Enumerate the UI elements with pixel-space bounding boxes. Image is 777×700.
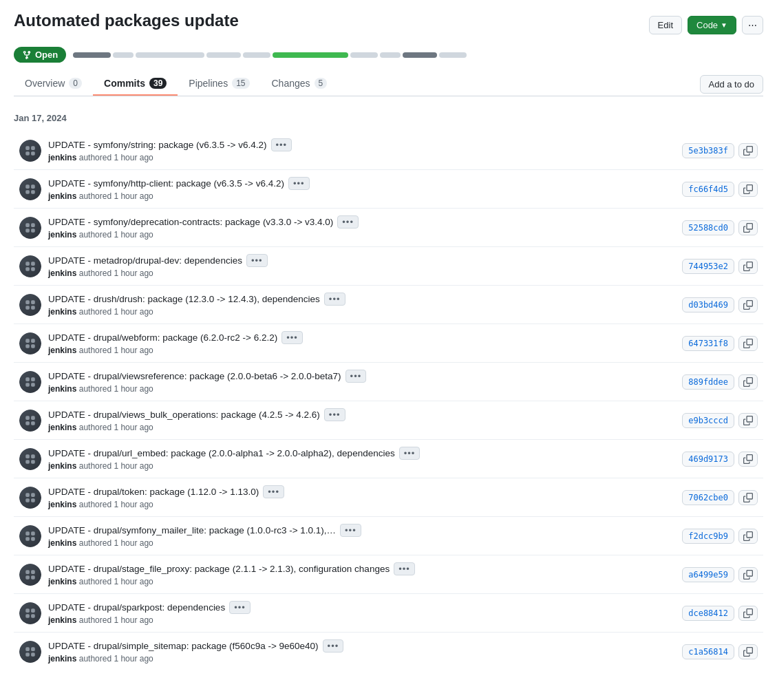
commit-title-link[interactable]: UPDATE - symfony/string: package (v6.3.5… (48, 140, 267, 150)
expand-button[interactable]: ••• (337, 215, 359, 229)
expand-button[interactable]: ••• (399, 447, 421, 460)
copy-hash-button[interactable] (738, 529, 758, 544)
commit-hash-link[interactable]: 889fddee (682, 374, 734, 390)
commit-item: UPDATE - symfony/http-client: package (v… (14, 170, 763, 209)
copy-hash-button[interactable] (738, 220, 758, 235)
commit-authored: authored 1 hour ago (79, 384, 153, 394)
more-icon: ⋯ (748, 20, 757, 30)
copy-hash-button[interactable] (738, 374, 758, 390)
commit-info: UPDATE - drupal/simple_sitemap: package … (48, 639, 675, 664)
commit-title-link[interactable]: UPDATE - drupal/viewsreference: package … (48, 371, 341, 381)
add-todo-button[interactable]: Add a to do (700, 75, 764, 94)
expand-button[interactable]: ••• (324, 293, 345, 306)
commit-item: UPDATE - drupal/webform: package (6.2.0-… (14, 324, 763, 363)
expand-button[interactable]: ••• (288, 177, 310, 190)
commit-title-link[interactable]: UPDATE - drupal/stage_file_proxy: packag… (48, 564, 390, 574)
expand-button[interactable]: ••• (281, 331, 303, 344)
tab-commits[interactable]: Commits 39 (93, 72, 178, 96)
svg-rect-3 (31, 151, 35, 156)
commit-title-link[interactable]: UPDATE - symfony/deprecation-contracts: … (48, 217, 333, 227)
copy-hash-button[interactable] (738, 143, 758, 158)
commit-title-link[interactable]: UPDATE - metadrop/drupal-dev: dependenci… (48, 255, 242, 266)
commit-item: UPDATE - drupal/simple_sitemap: package … (14, 633, 763, 670)
expand-button[interactable]: ••• (229, 601, 251, 614)
commit-title-link[interactable]: UPDATE - drupal/sparkpost: dependencies (48, 602, 225, 613)
tab-changes[interactable]: Changes 5 (261, 72, 339, 96)
commit-authored: authored 1 hour ago (79, 654, 153, 664)
commit-title-link[interactable]: UPDATE - drupal/simple_sitemap: package … (48, 641, 319, 651)
copy-hash-button[interactable] (738, 413, 758, 428)
expand-button[interactable]: ••• (323, 639, 344, 653)
copy-hash-button[interactable] (738, 452, 758, 467)
copy-hash-button[interactable] (738, 490, 758, 505)
commit-title-row: UPDATE - drush/drush: package (12.3.0 ->… (48, 293, 675, 306)
commit-author: jenkins (48, 654, 76, 664)
svg-rect-51 (31, 614, 35, 618)
copy-hash-button[interactable] (738, 336, 758, 351)
edit-button[interactable]: Edit (649, 16, 682, 34)
commit-hash-link[interactable]: c1a56814 (682, 644, 734, 659)
commit-hash-link[interactable]: dce88412 (682, 606, 734, 621)
commit-hash-link[interactable]: fc66f4d5 (682, 182, 734, 197)
expand-button[interactable]: ••• (345, 370, 367, 383)
more-button[interactable]: ⋯ (742, 16, 763, 34)
commit-title-link[interactable]: UPDATE - drupal/symfony_mailer_lite: pac… (48, 525, 336, 535)
copy-hash-button[interactable] (738, 644, 758, 659)
commit-title-link[interactable]: UPDATE - drupal/views_bulk_operations: p… (48, 410, 320, 420)
svg-rect-41 (31, 531, 35, 535)
commit-meta: jenkins authored 1 hour ago (48, 654, 675, 664)
commit-hash-link[interactable]: 7062cbe0 (682, 490, 734, 505)
avatar (19, 140, 41, 162)
commit-title-link[interactable]: UPDATE - drupal/token: package (1.12.0 -… (48, 487, 259, 497)
svg-rect-17 (31, 300, 35, 304)
copy-hash-button[interactable] (738, 297, 758, 312)
tab-commits-label: Commits (104, 78, 145, 89)
svg-rect-23 (31, 344, 35, 348)
commit-author: jenkins (48, 230, 76, 240)
expand-button[interactable]: ••• (246, 254, 268, 267)
commit-hash-link[interactable]: 647331f8 (682, 336, 734, 351)
svg-rect-20 (25, 339, 30, 343)
page-title: Automated packages update (14, 11, 239, 30)
svg-rect-21 (31, 339, 35, 343)
expand-button[interactable]: ••• (324, 408, 345, 421)
copy-hash-button[interactable] (738, 259, 758, 274)
commit-hash-section: dce88412 (682, 606, 758, 621)
code-button[interactable]: Code ▼ (688, 16, 736, 34)
chevron-down-icon: ▼ (721, 21, 727, 29)
commit-title-link[interactable]: UPDATE - drupal/webform: package (6.2.0-… (48, 332, 277, 343)
commit-title-link[interactable]: UPDATE - symfony/http-client: package (v… (48, 178, 284, 189)
svg-rect-14 (25, 267, 30, 271)
expand-button[interactable]: ••• (263, 485, 284, 498)
commit-title-link[interactable]: UPDATE - drush/drush: package (12.3.0 ->… (48, 294, 320, 304)
commit-hash-link[interactable]: 5e3b383f (682, 143, 734, 158)
copy-hash-button[interactable] (738, 567, 758, 582)
commit-hash-link[interactable]: d03bd469 (682, 297, 734, 312)
commit-meta: jenkins authored 1 hour ago (48, 577, 675, 586)
commit-title-row: UPDATE - drupal/token: package (1.12.0 -… (48, 485, 675, 498)
svg-rect-12 (25, 262, 30, 266)
commit-item: UPDATE - drupal/token: package (1.12.0 -… (14, 478, 763, 517)
copy-hash-button[interactable] (738, 606, 758, 621)
copy-icon (743, 339, 753, 348)
tab-overview[interactable]: Overview 0 (14, 72, 93, 96)
commit-hash-link[interactable]: 744953e2 (682, 259, 734, 274)
svg-rect-43 (31, 537, 35, 541)
commit-hash-link[interactable]: e9b3cccd (682, 413, 734, 428)
commit-title-row: UPDATE - drupal/stage_file_proxy: packag… (48, 562, 675, 575)
svg-rect-54 (25, 653, 30, 657)
commit-hash-link[interactable]: f2dcc9b9 (682, 529, 734, 544)
commit-authored: authored 1 hour ago (79, 538, 153, 548)
expand-button[interactable]: ••• (271, 138, 292, 151)
tab-pipelines[interactable]: Pipelines 15 (178, 72, 260, 96)
commit-hash-link[interactable]: 52588cd0 (682, 220, 734, 235)
copy-hash-button[interactable] (738, 182, 758, 197)
expand-button[interactable]: ••• (394, 562, 415, 575)
commit-hash-link[interactable]: 469d9173 (682, 452, 734, 467)
commit-hash-link[interactable]: a6499e59 (682, 567, 734, 582)
commit-title-link[interactable]: UPDATE - drupal/url_embed: package (2.0.… (48, 448, 395, 458)
svg-rect-28 (25, 416, 30, 420)
expand-button[interactable]: ••• (340, 524, 361, 537)
commit-meta: jenkins authored 1 hour ago (48, 615, 675, 625)
expand-dots-icon: ••• (286, 332, 298, 343)
